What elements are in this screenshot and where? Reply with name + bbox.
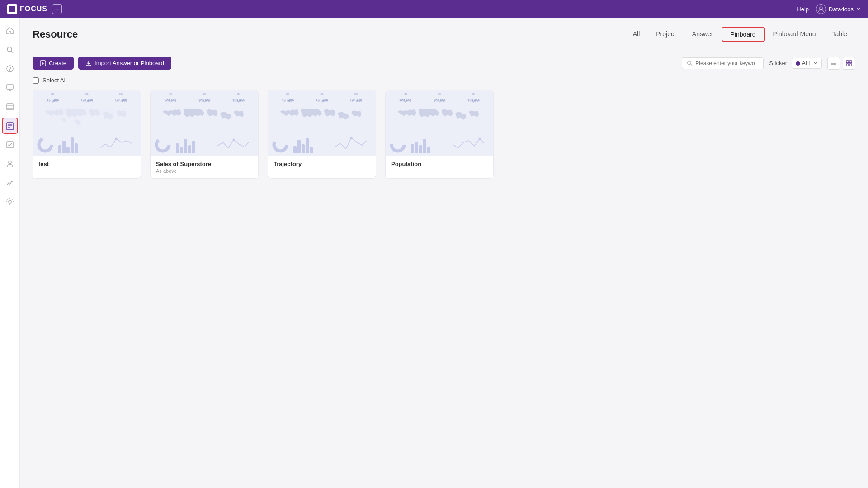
nav-tabs: All Project Answer Pinboard Pinboard Men… xyxy=(625,27,855,42)
sidebar-item-help[interactable]: ? xyxy=(2,61,18,77)
select-all-checkbox[interactable] xyxy=(33,77,39,84)
metric-label: kpi xyxy=(115,92,127,95)
page-title: Resource xyxy=(33,28,78,40)
sticker-control: Sticker: ALL xyxy=(769,58,822,69)
world-map-svg xyxy=(33,101,141,131)
sidebar: ? xyxy=(0,18,20,488)
thumb-bars xyxy=(58,137,95,153)
thumb-line xyxy=(100,134,137,153)
question-icon: ? xyxy=(6,65,14,73)
card-test[interactable]: kpi 123,456 kpi 123,456 kpi 123,456 123,… xyxy=(33,90,141,179)
card-footer-trajectory: Trajectory xyxy=(268,156,376,172)
tab-project[interactable]: Project xyxy=(648,28,684,41)
svg-point-0 xyxy=(820,7,822,9)
view-icons xyxy=(827,57,855,70)
sidebar-item-search[interactable] xyxy=(2,42,18,58)
svg-point-32 xyxy=(115,138,118,140)
toolbar-right: Sticker: ALL xyxy=(682,57,855,70)
user-label: Data4cos xyxy=(829,6,854,13)
svg-point-33 xyxy=(156,138,169,151)
tab-all[interactable]: All xyxy=(625,28,648,41)
card-thumbnail-sales: kpi 123,456 kpi 123,456 kpi 123,456 123,… xyxy=(151,90,258,156)
avatar xyxy=(816,4,826,14)
card-subtitle-sales: As above xyxy=(156,168,253,174)
create-icon xyxy=(40,60,46,66)
list-view-button[interactable] xyxy=(827,57,840,70)
app-logo: FOCUS xyxy=(7,4,47,14)
sticker-chevron-icon xyxy=(813,61,818,66)
topbar-right: Help Data4cos xyxy=(797,4,861,14)
help-link[interactable]: Help xyxy=(797,6,809,13)
import-button[interactable]: Import Answer or Pinboard xyxy=(78,57,171,70)
card-title-test: test xyxy=(38,161,135,167)
sticker-dropdown[interactable]: ALL xyxy=(792,58,822,69)
svg-line-2 xyxy=(11,51,13,53)
thumb-donut xyxy=(37,136,54,153)
svg-line-23 xyxy=(691,64,693,66)
metric-label: kpi xyxy=(80,92,93,95)
svg-point-31 xyxy=(39,138,52,151)
tab-table[interactable]: Table xyxy=(824,28,855,41)
tab-answer[interactable]: Answer xyxy=(684,28,722,41)
card-sales[interactable]: kpi 123,456 kpi 123,456 kpi 123,456 123,… xyxy=(150,90,259,179)
chart-icon xyxy=(6,179,14,187)
chevron-down-icon xyxy=(856,7,861,11)
sidebar-item-pinboard[interactable] xyxy=(2,118,18,134)
card-footer-population: Population xyxy=(386,156,493,172)
toolbar: Create Import Answer or Pinboard Sticker… xyxy=(33,57,855,70)
sidebar-item-table[interactable] xyxy=(2,99,18,115)
sidebar-item-chart[interactable] xyxy=(2,175,18,191)
sidebar-item-user[interactable] xyxy=(2,156,18,172)
topbar: FOCUS + Help Data4cos xyxy=(0,0,868,18)
metric-label: kpi xyxy=(47,92,59,95)
tab-pinboard-menu[interactable]: Pinboard Menu xyxy=(765,28,824,41)
svg-rect-12 xyxy=(7,123,13,130)
svg-point-36 xyxy=(350,137,353,139)
card-title-population: Population xyxy=(391,161,488,167)
card-title-sales: Sales of Superstore xyxy=(156,161,253,167)
search-input[interactable] xyxy=(695,60,759,66)
svg-rect-27 xyxy=(846,61,849,63)
card-footer-test: test xyxy=(33,156,141,172)
home-icon xyxy=(6,27,14,35)
card-thumbnail-trajectory: kpi 123,456 kpi 123,456 kpi 123,456 123,… xyxy=(268,90,376,156)
header-divider xyxy=(33,49,855,49)
select-all-row: Select All xyxy=(33,77,855,84)
main-content: Resource All Project Answer Pinboard Pin… xyxy=(20,18,868,188)
table-icon xyxy=(6,103,14,111)
svg-rect-28 xyxy=(849,61,852,63)
grid-view-button[interactable] xyxy=(843,57,855,70)
sidebar-item-settings[interactable] xyxy=(2,194,18,210)
sidebar-item-monitor[interactable] xyxy=(2,80,18,96)
svg-point-22 xyxy=(688,61,691,65)
card-thumbnail-population: kpi 123,456 kpi 123,456 kpi 123,456 123,… xyxy=(386,90,493,156)
tab-pinboard[interactable]: Pinboard xyxy=(722,27,765,42)
add-tab-button[interactable]: + xyxy=(52,4,62,14)
toolbar-left: Create Import Answer or Pinboard xyxy=(33,57,171,70)
card-footer-sales: Sales of Superstore As above xyxy=(151,156,258,178)
sticker-dot xyxy=(796,61,800,66)
svg-point-1 xyxy=(7,47,12,52)
user-icon xyxy=(6,160,14,168)
page-header: Resource All Project Answer Pinboard Pin… xyxy=(33,27,855,42)
select-all-label: Select All xyxy=(42,77,66,84)
svg-point-34 xyxy=(233,139,235,141)
search-box[interactable] xyxy=(682,57,764,69)
sidebar-item-home[interactable] xyxy=(2,23,18,39)
sidebar-item-task[interactable] xyxy=(2,137,18,153)
import-icon xyxy=(85,60,92,66)
gear-icon xyxy=(6,198,14,206)
create-button[interactable]: Create xyxy=(33,57,74,70)
app-name: FOCUS xyxy=(20,5,47,13)
user-menu[interactable]: Data4cos xyxy=(816,4,861,14)
svg-point-18 xyxy=(9,200,11,203)
svg-rect-5 xyxy=(7,85,13,89)
svg-point-37 xyxy=(392,138,404,151)
pinboard-icon xyxy=(6,122,14,130)
card-trajectory[interactable]: kpi 123,456 kpi 123,456 kpi 123,456 123,… xyxy=(268,90,376,179)
topbar-left: FOCUS + xyxy=(7,4,62,14)
card-population[interactable]: kpi 123,456 kpi 123,456 kpi 123,456 123,… xyxy=(385,90,494,179)
svg-rect-30 xyxy=(849,64,852,66)
sticker-value: ALL xyxy=(802,60,811,66)
svg-point-38 xyxy=(479,138,481,140)
